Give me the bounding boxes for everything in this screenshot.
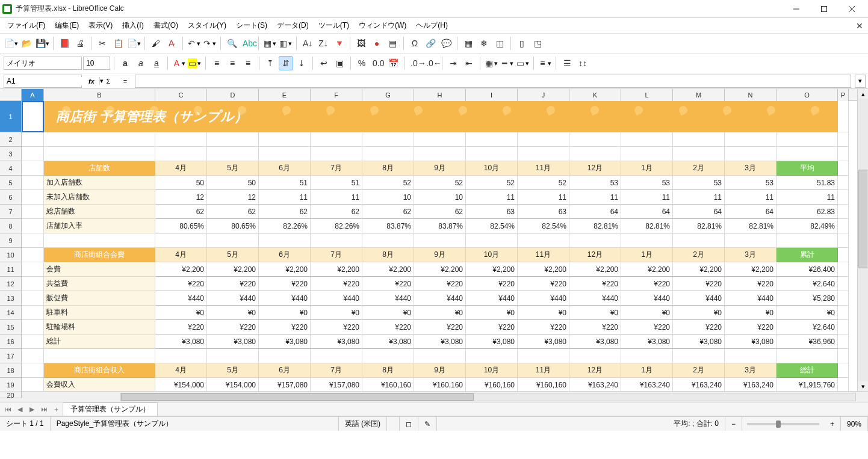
menu-data[interactable]: データ(D): [272, 18, 314, 33]
row-header-9[interactable]: 9: [0, 233, 22, 248]
sec3-row-0-val-1[interactable]: ¥154,000: [207, 378, 259, 391]
inc-indent-icon[interactable]: ⇥: [446, 56, 460, 70]
sec2-row-5-val-2[interactable]: ¥3,080: [259, 334, 311, 349]
menu-window[interactable]: ウィンドウ(W): [354, 18, 411, 33]
row-header-11[interactable]: 11: [0, 262, 22, 277]
sec1-row-2-val-5[interactable]: 62: [414, 205, 466, 219]
cell-A13[interactable]: [22, 291, 44, 306]
sec2-row-1-val-7[interactable]: ¥220: [518, 277, 569, 291]
col-header-N[interactable]: N: [725, 89, 777, 101]
col-icon[interactable]: ▥▾: [278, 36, 293, 51]
sec1-row-0-val-3[interactable]: 51: [311, 176, 362, 190]
wrap-icon[interactable]: ↩: [317, 56, 331, 70]
sec2-row-4-label[interactable]: 駐輪場料: [44, 320, 155, 334]
freeze-icon[interactable]: ❄: [477, 36, 491, 51]
sec2-row-3-val-6[interactable]: ¥0: [466, 306, 518, 320]
sec1-row-1-val-4[interactable]: 10: [362, 190, 414, 205]
row-header-5[interactable]: 5: [0, 176, 22, 190]
sec2-month-7[interactable]: 11月: [518, 248, 569, 262]
sec2-row-0-val-7[interactable]: ¥2,200: [518, 262, 569, 277]
align-left-icon[interactable]: ≡: [209, 56, 224, 70]
status-aggregate[interactable]: 平均: ; 合計: 0: [437, 417, 725, 431]
sec1-month-1[interactable]: 5月: [207, 161, 259, 176]
col-header-G[interactable]: G: [362, 89, 414, 101]
sec2-row-4-val-3[interactable]: ¥220: [311, 320, 362, 334]
cell-I3[interactable]: [466, 147, 518, 161]
find-icon[interactable]: 🔍: [225, 36, 239, 51]
comment-icon[interactable]: 💬: [439, 36, 453, 51]
cell-N3[interactable]: [725, 147, 777, 161]
sec2-row-4-val-5[interactable]: ¥220: [414, 320, 466, 334]
autofilter-icon[interactable]: 🔻: [332, 36, 346, 51]
cell-P10[interactable]: [838, 248, 849, 262]
sec2-agg-label[interactable]: 累計: [777, 248, 838, 262]
del-decimal-icon[interactable]: .0←: [424, 56, 438, 70]
cell-I17[interactable]: [466, 349, 518, 363]
sec2-row-3-val-3[interactable]: ¥0: [311, 306, 362, 320]
col-header-O[interactable]: O: [777, 89, 838, 101]
tab-last-icon[interactable]: ⏭: [39, 404, 49, 414]
sec1-month-3[interactable]: 7月: [311, 161, 362, 176]
sec3-month-4[interactable]: 8月: [362, 363, 414, 378]
cell-A6[interactable]: [22, 190, 44, 205]
cell-B9[interactable]: [44, 233, 155, 248]
sec1-month-9[interactable]: 1月: [621, 161, 673, 176]
cell-A14[interactable]: [22, 306, 44, 320]
tab-prev-icon[interactable]: ◀: [14, 404, 25, 414]
font-name-input[interactable]: [4, 57, 82, 70]
sec2-row-4-val-10[interactable]: ¥220: [673, 320, 725, 334]
sec1-row-3-val-8[interactable]: 82.81%: [569, 219, 621, 233]
sec1-row-1-agg[interactable]: 11: [777, 190, 838, 205]
sec2-row-0-val-2[interactable]: ¥2,200: [259, 262, 311, 277]
zoom-value[interactable]: 90%: [841, 417, 868, 431]
sec1-row-2-val-9[interactable]: 64: [621, 205, 673, 219]
sec2-row-3-agg[interactable]: ¥0: [777, 306, 838, 320]
sec2-row-5-val-4[interactable]: ¥3,080: [362, 334, 414, 349]
cell-K17[interactable]: [569, 349, 621, 363]
sec1-row-0-label[interactable]: 加入店舗数: [44, 176, 155, 190]
row-header-12[interactable]: 12: [0, 277, 22, 291]
cell-A12[interactable]: [22, 277, 44, 291]
sec1-row-0-val-9[interactable]: 53: [621, 176, 673, 190]
cell-E17[interactable]: [259, 349, 311, 363]
sec3-row-0-val-5[interactable]: ¥160,160: [414, 378, 466, 391]
sec3-month-1[interactable]: 5月: [207, 363, 259, 378]
sec1-row-1-label[interactable]: 未加入店舗数: [44, 190, 155, 205]
sec1-row-0-agg[interactable]: 51.83: [777, 176, 838, 190]
sec1-row-0-val-6[interactable]: 52: [466, 176, 518, 190]
sec2-month-10[interactable]: 2月: [673, 248, 725, 262]
menu-tool[interactable]: ツール(T): [314, 18, 354, 33]
sheet-tab-active[interactable]: 予算管理表（サンプル）: [63, 402, 158, 416]
sec3-month-0[interactable]: 4月: [155, 363, 207, 378]
sec1-avg-label[interactable]: 平均: [777, 161, 838, 176]
sec2-month-11[interactable]: 3月: [725, 248, 777, 262]
menu-edit[interactable]: 編集(E): [50, 18, 84, 33]
formula-expand-icon[interactable]: ▾: [855, 75, 866, 88]
sec3-row-0-val-9[interactable]: ¥163,240: [621, 378, 673, 391]
row-header-19[interactable]: 19: [0, 378, 22, 392]
sec2-row-4-val-6[interactable]: ¥220: [466, 320, 518, 334]
col-header-B[interactable]: B: [44, 89, 155, 101]
status-selection-icon[interactable]: ◻: [400, 417, 418, 431]
status-insert[interactable]: [387, 417, 400, 431]
cell-F3[interactable]: [311, 147, 362, 161]
col-header-C[interactable]: C: [155, 89, 207, 101]
sec1-month-6[interactable]: 10月: [466, 161, 518, 176]
cell-P19[interactable]: [838, 378, 849, 391]
sec1-row-3-val-2[interactable]: 82.26%: [259, 219, 311, 233]
row-header-18[interactable]: 18: [0, 363, 22, 378]
valign-middle-icon[interactable]: ⇵: [279, 56, 293, 70]
sec3-row-0-val-2[interactable]: ¥157,080: [259, 378, 311, 391]
sec2-row-5-label[interactable]: 総計: [44, 334, 155, 349]
sec2-row-0-val-10[interactable]: ¥2,200: [673, 262, 725, 277]
border-style-icon[interactable]: ━▾: [500, 56, 514, 70]
sec2-row-2-val-4[interactable]: ¥440: [362, 291, 414, 306]
sec2-row-0-val-4[interactable]: ¥2,200: [362, 262, 414, 277]
col-header-M[interactable]: M: [673, 89, 725, 101]
cell-G9[interactable]: [362, 233, 414, 248]
column-headers[interactable]: ABCDEFGHIJKLMNOP: [22, 89, 857, 101]
sec2-month-6[interactable]: 10月: [466, 248, 518, 262]
row-header-7[interactable]: 7: [0, 205, 22, 219]
paste-icon[interactable]: 📄▾: [126, 36, 141, 51]
sec1-row-3-val-3[interactable]: 82.26%: [311, 219, 362, 233]
